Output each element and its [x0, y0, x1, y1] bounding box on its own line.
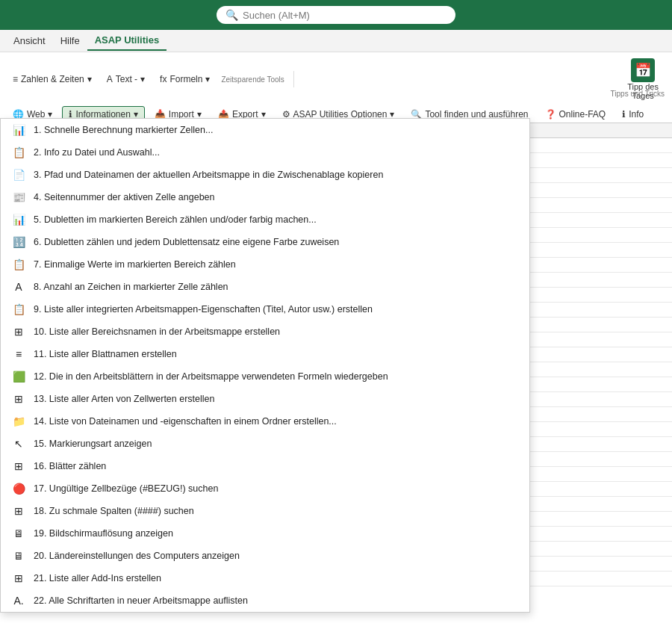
item-icon-5: 📊	[11, 212, 26, 227]
item-label-3: 3. Pfad und Dateinamen der aktuellen Arb…	[34, 170, 519, 180]
item-icon-16: ⊞	[11, 459, 26, 474]
item-label-1: 1. Schnelle Berechnung markierter Zellen…	[34, 125, 519, 135]
item-icon-9: 📋	[11, 302, 26, 317]
item-icon-19: 🖥	[11, 526, 26, 541]
dropdown-item-16[interactable]: ⊞ 16. Blätter zählen	[1, 455, 529, 477]
dropdown-item-11[interactable]: ≡ 11. Liste aller Blattnamen erstellen	[1, 343, 529, 365]
search-input[interactable]	[243, 10, 447, 21]
dropdown-item-2[interactable]: 📋 2. Info zu Datei und Auswahl...	[1, 141, 529, 164]
item-label-17: 17. Ungültige Zellbezüge (#BEZUG!) suche…	[34, 483, 519, 494]
item-label-5: 5. Dubletten im markierten Bereich zähle…	[34, 214, 519, 225]
item-icon-3: 📄	[11, 167, 26, 182]
dropdown-item-6[interactable]: 🔢 6. Dubletten zählen und jedem Dublette…	[1, 231, 529, 253]
dropdown-item-19[interactable]: 🖥 19. Bildschirmauflösung anzeigen	[1, 522, 529, 545]
search-wrapper[interactable]: 🔍	[217, 6, 455, 24]
dropdown-item-1[interactable]: 📊 1. Schnelle Berechnung markierter Zell…	[1, 119, 529, 141]
search-bar: 🔍	[0, 0, 672, 30]
item-icon-21: ⊞	[11, 571, 26, 586]
info-btn[interactable]: ℹ Info	[615, 106, 650, 123]
item-label-7: 7. Einmalige Werte im markierten Bereich…	[34, 259, 519, 270]
item-label-20: 20. Ländereinstellungen des Computers an…	[34, 551, 519, 561]
item-icon-11: ≡	[11, 347, 26, 362]
item-icon-4: 📰	[11, 190, 26, 205]
item-label-21: 21. Liste aller Add-Ins erstellen	[34, 573, 519, 583]
item-icon-22: A.	[11, 593, 26, 608]
dropdown-item-13[interactable]: ⊞ 13. Liste aller Arten von Zellwerten e…	[1, 388, 529, 410]
dropdown-item-15[interactable]: ↖ 15. Markierungsart anzeigen	[1, 433, 529, 455]
item-icon-14: 📁	[11, 414, 26, 429]
item-icon-18: ⊞	[11, 504, 26, 518]
item-label-12: 12. Die in den Arbeitsblättern in der Ar…	[34, 371, 519, 382]
question-icon: ❓	[545, 109, 556, 120]
dropdown-arrow-formeln: ▾	[205, 74, 210, 84]
dropdown-arrow-text: ▾	[140, 74, 145, 84]
dropdown-item-17[interactable]: 🔴 17. Ungültige Zellbezüge (#BEZUG!) suc…	[1, 477, 529, 500]
item-label-15: 15. Markierungsart anzeigen	[34, 439, 519, 449]
dropdown-item-3[interactable]: 📄 3. Pfad und Dateinamen der aktuellen A…	[1, 164, 529, 186]
item-icon-20: 🖥	[11, 548, 26, 563]
dropdown-item-22[interactable]: A. 22. Alle Schriftarten in neuer Arbeit…	[1, 589, 529, 612]
tipp-icon: 📅	[631, 58, 655, 82]
menu-bar: Ansicht Hilfe ASAP Utilities	[0, 30, 672, 52]
informationen-dropdown: 📊 1. Schnelle Berechnung markierter Zell…	[0, 118, 530, 613]
item-label-19: 19. Bildschirmauflösung anzeigen	[34, 528, 519, 539]
item-label-14: 14. Liste von Dateinamen und -eigenschaf…	[34, 416, 519, 427]
search-icon: 🔍	[225, 9, 238, 21]
item-label-2: 2. Info zu Datei und Auswahl...	[34, 147, 519, 158]
menu-hilfe[interactable]: Hilfe	[53, 31, 87, 50]
formeln-btn[interactable]: fx Formeln ▾	[153, 71, 217, 87]
ribbon-row1: ≡ Zahlen & Zeiten ▾ A Text - ▾ fx Formel…	[6, 55, 666, 105]
info-circle-icon: ℹ	[622, 109, 626, 120]
text-icon: A	[107, 74, 113, 84]
menu-ansicht[interactable]: Ansicht	[6, 31, 53, 50]
item-label-10: 10. Liste aller Bereichsnamen in der Arb…	[34, 326, 519, 337]
dropdown-item-14[interactable]: 📁 14. Liste von Dateinamen und -eigensch…	[1, 410, 529, 433]
dropdown-item-10[interactable]: ⊞ 10. Liste aller Bereichsnamen in der A…	[1, 320, 529, 343]
dropdown-arrow-zahlen: ▾	[87, 74, 92, 84]
item-label-16: 16. Blätter zählen	[34, 461, 519, 471]
menu-asap[interactable]: ASAP Utilities	[87, 31, 167, 51]
fx-icon: fx	[160, 74, 167, 84]
dropdown-item-18[interactable]: ⊞ 18. Zu schmale Spalten (####) suchen	[1, 500, 529, 522]
item-label-8: 8. Anzahl an Zeichen in markierter Zelle…	[34, 282, 519, 292]
item-label-4: 4. Seitennummer der aktiven Zelle angebe…	[34, 192, 519, 202]
dropdown-item-20[interactable]: 🖥 20. Ländereinstellungen des Computers …	[1, 545, 529, 567]
item-icon-13: ⊞	[11, 391, 26, 406]
ribbon: ≡ Zahlen & Zeiten ▾ A Text - ▾ fx Formel…	[0, 52, 672, 123]
tipps-tricks-label: Tipps und Tricks	[611, 90, 665, 98]
dropdown-item-9[interactable]: 📋 9. Liste aller integrierten Arbeitsmap…	[1, 298, 529, 320]
item-icon-1: 📊	[11, 123, 26, 137]
dropdown-item-4[interactable]: 📰 4. Seitennummer der aktiven Zelle ange…	[1, 186, 529, 208]
item-label-9: 9. Liste aller integrierten Arbeitsmappe…	[34, 304, 519, 315]
item-icon-12: 🟩	[11, 369, 26, 384]
dropdown-item-21[interactable]: ⊞ 21. Liste aller Add-Ins erstellen	[1, 567, 529, 589]
online-faq-btn[interactable]: ❓ Online-FAQ	[538, 106, 613, 123]
zahlen-zeiten-btn[interactable]: ≡ Zahlen & Zeiten ▾	[6, 71, 99, 87]
item-label-18: 18. Zu schmale Spalten (####) suchen	[34, 506, 519, 516]
item-label-11: 11. Liste aller Blattnamen erstellen	[34, 349, 519, 359]
item-icon-6: 🔢	[11, 235, 26, 250]
list-icon: ≡	[13, 74, 18, 84]
dropdown-item-7[interactable]: 📋 7. Einmalige Werte im markierten Berei…	[1, 253, 529, 276]
item-icon-15: ↖	[11, 436, 26, 451]
text-btn[interactable]: A Text - ▾	[100, 71, 152, 87]
item-label-22: 22. Alle Schriftarten in neuer Arbeitsma…	[34, 595, 519, 606]
item-label-6: 6. Dubletten zählen und jedem Dublettens…	[34, 237, 519, 247]
dropdown-item-12[interactable]: 🟩 12. Die in den Arbeitsblättern in der …	[1, 365, 529, 388]
dropdown-item-8[interactable]: A 8. Anzahl an Zeichen in markierter Zel…	[1, 276, 529, 298]
item-icon-8: A	[11, 279, 26, 294]
item-icon-2: 📋	[11, 145, 26, 160]
zeitsparende-label: Zeitsparende Tools	[218, 74, 287, 85]
item-icon-7: 📋	[11, 257, 26, 272]
item-icon-17: 🔴	[11, 481, 26, 496]
dropdown-item-5[interactable]: 📊 5. Dubletten im markierten Bereich zäh…	[1, 208, 529, 231]
item-icon-10: ⊞	[11, 324, 26, 339]
item-label-13: 13. Liste aller Arten von Zellwerten ers…	[34, 394, 519, 404]
